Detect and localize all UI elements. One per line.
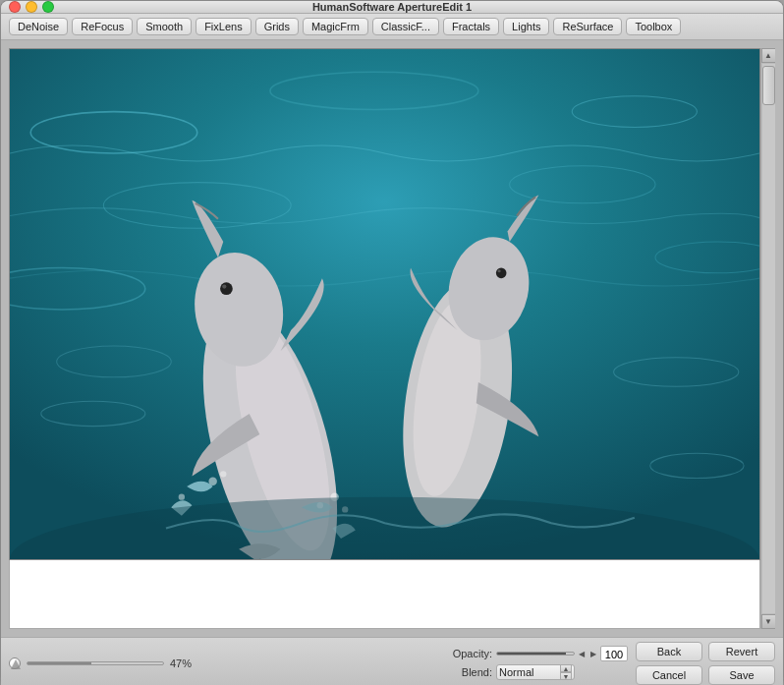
title-bar: HumanSoftware ApertureEdit 1 (1, 1, 783, 14)
save-button[interactable]: Save (708, 665, 775, 685)
scroll-thumb[interactable] (762, 66, 775, 105)
toolbar-btn-lights[interactable]: Lights (503, 18, 549, 35)
zoom-slider[interactable] (27, 661, 164, 665)
svg-point-19 (220, 471, 226, 477)
svg-rect-0 (10, 49, 759, 559)
bottom-bar: 47% Opacity: ◀ ▶ 100 Blend: Normal ▲ (1, 637, 783, 685)
scroll-down-arrow[interactable]: ▼ (761, 614, 776, 629)
left-content (9, 48, 760, 629)
svg-point-22 (179, 493, 185, 499)
image-area (9, 48, 760, 560)
blend-select[interactable]: Normal ▲ ▼ (496, 664, 575, 680)
toolbar-btn-fractals[interactable]: Fractals (443, 18, 499, 35)
content-with-scroll: ▲ ▼ (9, 48, 775, 629)
svg-point-12 (222, 284, 226, 288)
text-area[interactable] (9, 560, 760, 629)
toolbar: DeNoise ReFocus Smooth FixLens Grids Mag… (1, 14, 783, 40)
opacity-decrease-btn[interactable]: ◀ (577, 649, 587, 658)
blend-select-value: Normal (499, 666, 533, 678)
opacity-increase-btn[interactable]: ▶ (588, 649, 598, 658)
zoom-mountain-icon (9, 657, 21, 669)
svg-marker-29 (11, 659, 21, 669)
opacity-slider-container: ◀ ▶ 100 (496, 646, 628, 661)
toolbar-btn-toolbox[interactable]: Toolbox (626, 18, 681, 35)
cancel-button[interactable]: Cancel (636, 665, 702, 685)
toolbar-btn-grids[interactable]: Grids (255, 18, 299, 35)
toolbar-btn-magicfrm[interactable]: MagicFrm (303, 18, 368, 35)
toolbar-btn-smooth[interactable]: Smooth (137, 18, 192, 35)
revert-button[interactable]: Revert (708, 642, 775, 661)
opacity-value[interactable]: 100 (600, 646, 628, 661)
scroll-up-arrow[interactable]: ▲ (761, 48, 776, 63)
scrollbar-right: ▲ ▼ (760, 48, 775, 629)
blend-label: Blend: (451, 666, 492, 678)
toolbar-btn-resurface[interactable]: ReSurface (553, 18, 622, 35)
maximize-button[interactable] (42, 1, 54, 13)
toolbar-btn-denoise[interactable]: DeNoise (9, 18, 68, 35)
svg-point-11 (220, 282, 233, 295)
blend-stepper-up[interactable]: ▲ (560, 664, 572, 672)
traffic-lights (9, 1, 54, 13)
opacity-row: Opacity: ◀ ▶ 100 (451, 646, 628, 661)
close-button[interactable] (9, 1, 21, 13)
minimize-button[interactable] (26, 1, 37, 13)
opacity-blend-area: Opacity: ◀ ▶ 100 Blend: Normal ▲ ▼ (451, 646, 628, 680)
back-button[interactable]: Back (636, 642, 702, 661)
blend-stepper-down[interactable]: ▼ (560, 672, 572, 680)
toolbar-btn-classicf[interactable]: ClassicF... (372, 18, 439, 35)
main-window: HumanSoftware ApertureEdit 1 DeNoise ReF… (0, 0, 784, 685)
action-row-bottom: Cancel Save (636, 665, 775, 685)
zoom-area: 47% (9, 657, 443, 669)
blend-stepper[interactable]: ▲ ▼ (560, 664, 572, 680)
blend-row: Blend: Normal ▲ ▼ (451, 664, 575, 680)
action-buttons: Back Revert Cancel Save (636, 642, 775, 685)
svg-point-16 (496, 268, 507, 279)
svg-point-17 (497, 269, 500, 272)
svg-point-18 (208, 478, 216, 485)
zoom-percent: 47% (170, 657, 199, 669)
opacity-slider[interactable] (496, 652, 575, 656)
window-title: HumanSoftware ApertureEdit 1 (312, 1, 472, 13)
toolbar-btn-fixlens[interactable]: FixLens (196, 18, 252, 35)
dolphin-image (10, 49, 759, 559)
action-row-top: Back Revert (636, 642, 775, 661)
toolbar-btn-refocus[interactable]: ReFocus (72, 18, 133, 35)
opacity-label: Opacity: (451, 648, 492, 659)
main-content: ▲ ▼ (1, 40, 783, 637)
scroll-track[interactable] (761, 63, 776, 614)
